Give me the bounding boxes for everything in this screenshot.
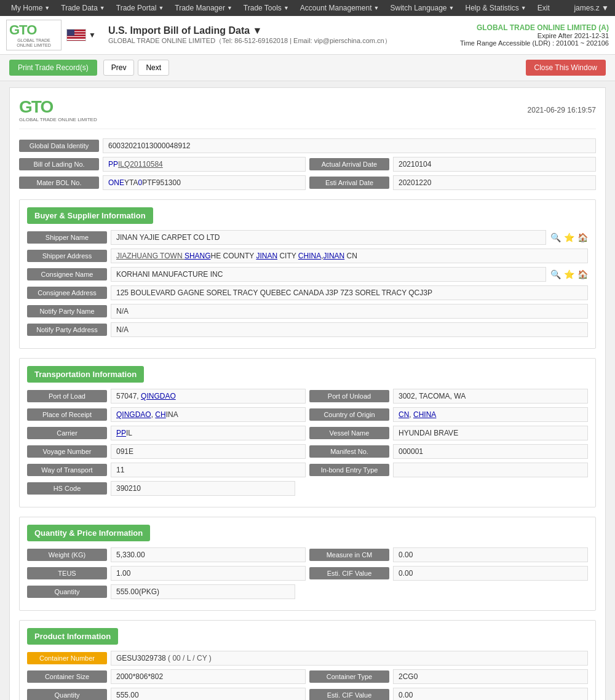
container-number-label: Container Number	[27, 652, 107, 664]
mater-bol-value: ONEYTA0PTF951300	[103, 175, 306, 190]
record-header: GTO GLOBAL TRADE ONLINE LIMITED 2021-06-…	[19, 97, 596, 129]
port-of-unload-label: Port of Unload	[309, 390, 389, 402]
consignee-name-row: Consignee Name KORHANI MANUFACTURE INC 🔍…	[27, 267, 588, 282]
notify-party-name-row: Notify Party Name N/A	[27, 304, 588, 319]
mater-bol-pair: Mater BOL No. ONEYTA0PTF951300	[19, 175, 306, 190]
container-number-row: Container Number GESU3029738 ( 00 / L / …	[27, 651, 588, 666]
quantity-price-header: Quantity & Price Information	[27, 525, 150, 541]
consignee-name-value: KORHANI MANUFACTURE INC	[111, 267, 546, 282]
measure-value: 0.00	[393, 547, 588, 562]
notify-party-address-row: Notify Party Address N/A	[27, 322, 588, 337]
hs-code-label: HS Code	[27, 482, 107, 495]
container-size-value: 2000*806*802	[111, 669, 306, 684]
container-type-label: Container Type	[309, 670, 389, 683]
teus-value: 1.00	[111, 566, 306, 581]
shipper-search-icon[interactable]: 🔍	[550, 232, 561, 243]
shipper-name-row: Shipper Name JINAN YAJIE CARPET CO LTD 🔍…	[27, 230, 588, 245]
product-qty-cif-row: Quantity 555.00 Esti. CIF Value 0.00	[27, 688, 588, 700]
qp-row1: Weight (KG) 5,330.00 Measure in CM 0.00	[27, 547, 588, 562]
shipper-icons: 🔍 ⭐ 🏠	[550, 232, 588, 243]
place-of-receipt-value: QINGDAO, CHINA	[111, 407, 306, 422]
logo-box: GTO GLOBAL TRADE ONLINE LIMITED	[6, 20, 62, 50]
consignee-search-icon[interactable]: 🔍	[550, 269, 561, 280]
close-button-top[interactable]: Close This Window	[526, 60, 606, 76]
consignee-address-value: 125 BOULEVARD GAGNE SOREL TRACY QUEBEC C…	[111, 285, 588, 300]
shipper-home-icon[interactable]: 🏠	[577, 232, 588, 243]
company-info: GLOBAL TRADE ONLINE LIMITED（Tel: 86-512-…	[108, 36, 460, 46]
carrier-label: Carrier	[27, 427, 107, 439]
container-type-value: 2CG0	[393, 669, 588, 684]
country-of-origin-value: CN, CHINA	[393, 407, 588, 422]
actual-arrival-label: Actual Arrival Date	[309, 158, 389, 170]
username-display[interactable]: james.z ▼	[574, 4, 609, 12]
esti-arrival-value: 20201220	[393, 175, 596, 190]
consignee-star-icon[interactable]: ⭐	[563, 269, 574, 280]
consignee-name-label: Consignee Name	[27, 268, 107, 280]
transport-row5: Way of Transport 11 In-bond Entry Type	[27, 463, 588, 477]
vessel-name-value: HYUNDAI BRAVE	[393, 426, 588, 440]
voyage-number-value: 091E	[111, 444, 306, 459]
nav-trade-tools[interactable]: Trade Tools▼	[239, 0, 294, 16]
mater-bol-label: Mater BOL No.	[19, 177, 99, 189]
container-size-label: Container Size	[27, 670, 107, 683]
product-header: Product Information	[27, 628, 118, 645]
shipper-name-value: JINAN YAJIE CARPET CO LTD	[111, 230, 546, 245]
transport-row3: Carrier PPIL Vessel Name HYUNDAI BRAVE	[27, 426, 588, 440]
nav-switch-language[interactable]: Switch Language▼	[385, 0, 459, 16]
hs-code-row: HS Code 390210	[27, 481, 588, 496]
header-band: GTO GLOBAL TRADE ONLINE LIMITED ▼ U.S. I…	[0, 16, 615, 55]
nav-buttons-top: Prev Next	[103, 60, 169, 76]
teus-label: TEUS	[27, 567, 107, 579]
bol-dates-row: Bill of Lading No. PPILQ20110584 Actual …	[19, 157, 596, 172]
quantity-label: Quantity	[27, 586, 107, 598]
expire-info: Expire After 2021-12-31	[460, 32, 609, 39]
in-bond-entry-value	[393, 463, 588, 477]
measure-label: Measure in CM	[309, 549, 389, 561]
manifest-no-label: Manifest No.	[309, 445, 389, 458]
shipper-address-value: JIAZHUANG TOWN SHANGHE COUNTY JINAN CITY…	[111, 249, 588, 263]
way-of-transport-value: 11	[111, 463, 306, 477]
main-content: GTO GLOBAL TRADE ONLINE LIMITED 2021-06-…	[0, 81, 615, 700]
consignee-home-icon[interactable]: 🏠	[577, 269, 588, 280]
prev-button-top[interactable]: Prev	[103, 60, 135, 76]
actual-arrival-value: 20210104	[393, 157, 596, 172]
logo-text: GTO	[9, 22, 58, 38]
nav-trade-manager[interactable]: Trade Manager▼	[170, 0, 237, 16]
global-data-id-row: Global Data Identity 6003202101300004891…	[19, 138, 596, 153]
nav-trade-portal[interactable]: Trade Portal▼	[111, 0, 169, 16]
product-section: Product Information Container Number GES…	[19, 620, 596, 700]
esti-cif-value: 0.00	[393, 566, 588, 581]
nav-exit[interactable]: Exit	[533, 0, 555, 16]
page-title[interactable]: U.S. Import Bill of Lading Data ▼	[108, 25, 460, 36]
product-cif-value: 0.00	[393, 688, 588, 700]
port-of-load-label: Port of Load	[27, 390, 107, 402]
notify-party-address-value: N/A	[111, 322, 588, 337]
global-data-id-label: Global Data Identity	[19, 140, 99, 152]
nav-account-management[interactable]: Account Management▼	[295, 0, 384, 16]
header-right-info: GLOBAL TRADE ONLINE LIMITED (A) Expire A…	[460, 23, 609, 47]
nav-my-home[interactable]: My Home▼	[6, 0, 55, 16]
transport-row4: Voyage Number 091E Manifest No. 000001	[27, 444, 588, 459]
record-logo: GTO GLOBAL TRADE ONLINE LIMITED	[19, 97, 97, 122]
top-nav-bar: My Home▼ Trade Data▼ Trade Portal▼ Trade…	[0, 0, 615, 16]
shipper-star-icon[interactable]: ⭐	[563, 232, 574, 243]
esti-cif-label: Esti. CIF Value	[309, 567, 389, 579]
print-button-top[interactable]: Print Trade Record(s)	[9, 60, 97, 76]
port-of-load-value: 57047, QINGDAO	[111, 389, 306, 404]
next-button-top[interactable]: Next	[138, 60, 169, 76]
nav-trade-data[interactable]: Trade Data▼	[56, 0, 110, 16]
way-of-transport-label: Way of Transport	[27, 464, 107, 476]
mater-bol-row: Mater BOL No. ONEYTA0PTF951300 Esti Arri…	[19, 175, 596, 190]
manifest-no-value: 000001	[393, 444, 588, 459]
buyer-supplier-section: Buyer & Supplier Information Shipper Nam…	[19, 199, 596, 349]
flag-selector[interactable]: ▼	[66, 29, 96, 41]
carrier-value: PPIL	[111, 426, 306, 440]
shipper-name-label: Shipper Name	[27, 231, 107, 244]
page-title-area: U.S. Import Bill of Lading Data ▼ GLOBAL…	[108, 25, 460, 46]
global-data-id-value: 60032021013000048912	[103, 138, 596, 153]
vessel-name-label: Vessel Name	[309, 427, 389, 439]
bol-no-label: Bill of Lading No.	[19, 158, 99, 170]
buyer-supplier-header: Buyer & Supplier Information	[27, 207, 153, 224]
nav-help-statistics[interactable]: Help & Statistics▼	[460, 0, 531, 16]
voyage-number-label: Voyage Number	[27, 445, 107, 458]
